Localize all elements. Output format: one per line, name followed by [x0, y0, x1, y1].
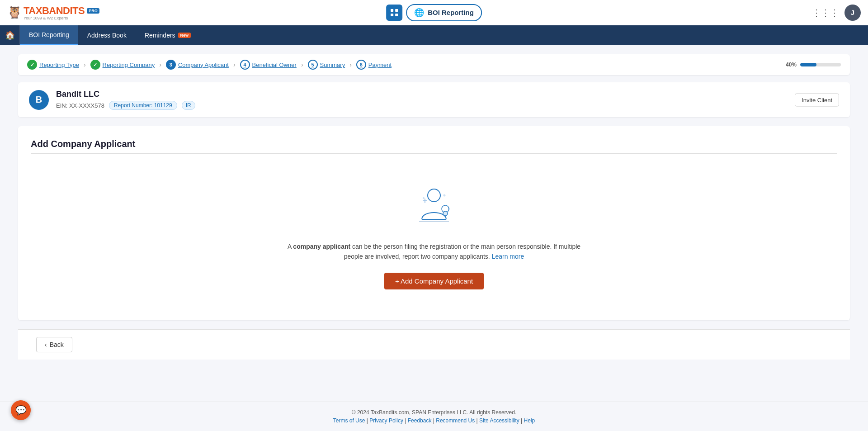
- step-sep-4: ›: [301, 61, 303, 68]
- back-chevron-icon: ‹: [45, 341, 47, 348]
- step-1-label: Reporting Type: [39, 62, 79, 68]
- nav-home[interactable]: 🏠: [0, 25, 20, 45]
- desc-suffix: can be the person filing the registratio…: [344, 243, 580, 260]
- svg-point-5: [443, 194, 446, 197]
- recommend-us-link[interactable]: Recommend Us: [436, 417, 475, 424]
- person-svg: [409, 181, 459, 231]
- svg-point-10: [443, 211, 448, 216]
- stepper-steps: ✓ Reporting Type › ✓ Reporting Company ›…: [27, 60, 392, 70]
- logo-owl-icon: 🦉: [7, 5, 22, 19]
- nav-item-boi-reporting[interactable]: BOI Reporting: [20, 25, 78, 45]
- site-accessibility-link[interactable]: Site Accessibility: [479, 417, 519, 424]
- new-badge: New: [178, 33, 191, 38]
- nav-address-book-label: Address Book: [87, 32, 127, 39]
- nav-item-address-book[interactable]: Address Book: [78, 25, 136, 45]
- step-beneficial-owner[interactable]: 4 Beneficial Owner: [240, 60, 297, 70]
- step-3-num: 3: [166, 60, 176, 70]
- empty-description: A company applicant can be the person fi…: [287, 242, 581, 262]
- nav-boi-reporting-label: BOI Reporting: [29, 31, 69, 38]
- svg-rect-1: [395, 9, 398, 12]
- footer-links: Terms of Use | Privacy Policy | Feedback…: [7, 417, 861, 424]
- nav-item-reminders[interactable]: Reminders New: [136, 25, 200, 45]
- desc-prefix: A: [288, 243, 293, 250]
- logo-sub: Your 1099 & W2 Experts: [24, 16, 99, 20]
- pro-badge: PRO: [87, 8, 99, 14]
- step-reporting-company[interactable]: ✓ Reporting Company: [90, 60, 155, 70]
- company-name: Bandit LLC: [56, 90, 195, 99]
- company-card: B Bandit LLC EIN: XX-XXXX578 Report Numb…: [18, 82, 850, 117]
- step-sep-5: ›: [349, 61, 352, 68]
- company-avatar: B: [29, 90, 49, 110]
- step-6-label: Payment: [368, 62, 392, 68]
- step-4-num: 4: [240, 60, 250, 70]
- step-5-label: Summary: [320, 62, 345, 68]
- help-link[interactable]: Help: [524, 417, 535, 424]
- footer: © 2024 TaxBandits.com, SPAN Enterprises …: [0, 402, 868, 431]
- terms-of-use-link[interactable]: Terms of Use: [333, 417, 365, 424]
- grid-icon: [390, 9, 398, 17]
- person-illustration: [409, 181, 459, 232]
- apps-icon[interactable]: ⋮⋮⋮: [812, 7, 839, 18]
- invite-client-button[interactable]: Invite Client: [795, 93, 839, 106]
- step-2-num: ✓: [90, 60, 100, 70]
- chat-icon: 💬: [15, 405, 27, 416]
- topbar: 🦉 TAXBANDITS PRO Your 1099 & W2 Experts: [0, 0, 868, 25]
- report-number-badge: Report Number: 101129: [109, 101, 177, 110]
- progress-area: 40%: [786, 62, 841, 68]
- step-5-num: 5: [308, 60, 318, 70]
- chat-bubble[interactable]: 💬: [11, 400, 31, 420]
- logo-text: TAXBANDITS: [24, 5, 85, 17]
- step-4-label: Beneficial Owner: [252, 62, 297, 68]
- step-company-applicant[interactable]: 3 Company Applicant: [166, 60, 229, 70]
- ir-badge: IR: [182, 101, 195, 110]
- step-6-num: 6: [356, 60, 366, 70]
- back-label: Back: [50, 341, 64, 348]
- section-title: Add Company Applicant: [31, 139, 837, 154]
- company-info: Bandit LLC EIN: XX-XXXX578 Report Number…: [56, 90, 195, 110]
- progress-bar-fill: [800, 63, 816, 66]
- learn-more-link[interactable]: Learn more: [492, 253, 524, 260]
- company-meta: EIN: XX-XXXX578 Report Number: 101129 IR: [56, 101, 195, 110]
- back-button[interactable]: ‹ Back: [36, 337, 72, 352]
- boi-reporting-label: BOI Reporting: [428, 9, 474, 16]
- step-sep-1: ›: [84, 61, 86, 68]
- footer-copyright: © 2024 TaxBandits.com, SPAN Enterprises …: [7, 409, 861, 416]
- logo: 🦉 TAXBANDITS PRO Your 1099 & W2 Experts: [7, 5, 99, 20]
- avatar[interactable]: J: [844, 5, 861, 21]
- navbar: 🏠 BOI Reporting Address Book Reminders N…: [0, 25, 868, 45]
- step-reporting-type[interactable]: ✓ Reporting Type: [27, 60, 79, 70]
- svg-rect-2: [391, 14, 393, 16]
- step-payment[interactable]: 6 Payment: [356, 60, 392, 70]
- topbar-center: 🌐 BOI Reporting: [386, 4, 482, 21]
- company-ein: EIN: XX-XXXX578: [56, 102, 104, 109]
- desc-highlight: company applicant: [293, 243, 350, 250]
- progress-label: 40%: [786, 62, 797, 68]
- add-company-applicant-button[interactable]: + Add Company Applicant: [384, 273, 484, 289]
- svg-point-4: [423, 197, 425, 199]
- step-1-num: ✓: [27, 60, 37, 70]
- svg-rect-0: [391, 9, 393, 12]
- step-sep-2: ›: [159, 61, 161, 68]
- progress-bar: [800, 63, 841, 66]
- main-content: ✓ Reporting Type › ✓ Reporting Company ›…: [0, 45, 868, 402]
- grid-button[interactable]: [386, 5, 402, 21]
- stepper: ✓ Reporting Type › ✓ Reporting Company ›…: [18, 54, 850, 75]
- svg-rect-3: [395, 14, 398, 16]
- bottom-nav: ‹ Back: [18, 329, 850, 360]
- step-3-label: Company Applicant: [178, 62, 229, 68]
- boi-reporting-button[interactable]: 🌐 BOI Reporting: [406, 4, 482, 21]
- nav-reminders-label: Reminders: [145, 32, 175, 39]
- logo-area: 🦉 TAXBANDITS PRO Your 1099 & W2 Experts: [7, 5, 99, 20]
- step-summary[interactable]: 5 Summary: [308, 60, 345, 70]
- privacy-policy-link[interactable]: Privacy Policy: [369, 417, 403, 424]
- section-title-area: Add Company Applicant: [31, 139, 837, 154]
- empty-state: A company applicant can be the person fi…: [31, 163, 837, 308]
- boi-icon: 🌐: [414, 8, 424, 18]
- topbar-right: ⋮⋮⋮ J: [812, 5, 861, 21]
- feedback-link[interactable]: Feedback: [408, 417, 432, 424]
- step-2-label: Reporting Company: [103, 62, 155, 68]
- step-sep-3: ›: [233, 61, 236, 68]
- page-section: Add Company Applicant: [18, 126, 850, 320]
- svg-point-7: [428, 189, 440, 202]
